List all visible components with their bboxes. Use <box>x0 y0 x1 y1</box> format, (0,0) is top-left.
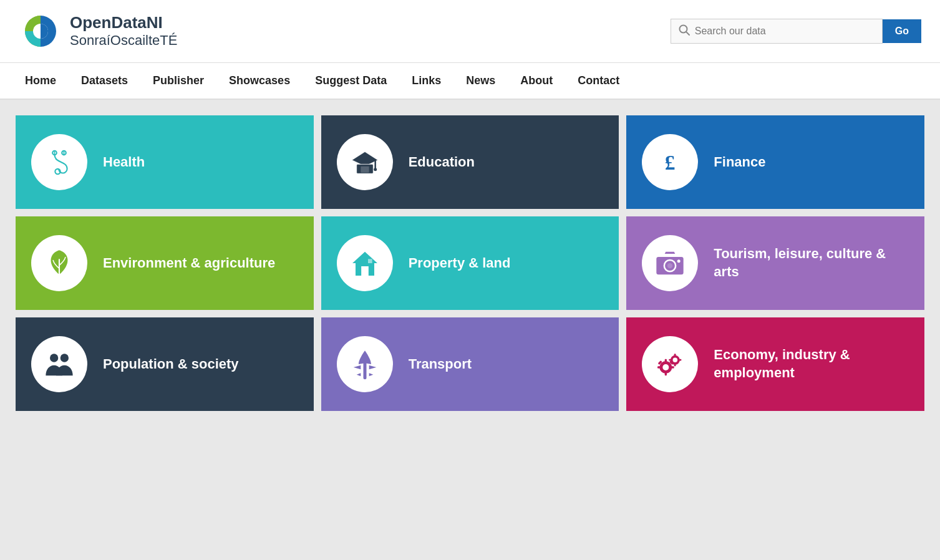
nav-item-datasets: Datasets <box>69 63 140 99</box>
grid-item-population[interactable]: Population & society <box>16 317 314 411</box>
svg-line-3 <box>686 32 689 35</box>
svg-point-22 <box>667 263 672 268</box>
svg-rect-39 <box>679 359 682 361</box>
grid-item-finance[interactable]: £ Finance <box>626 115 924 209</box>
leaf-icon <box>31 235 87 291</box>
svg-point-24 <box>50 354 58 362</box>
grid-label-property: Property & land <box>409 254 511 273</box>
logo-text: OpenDataNI SonraíOscailteTÉ <box>70 13 177 49</box>
plane-icon <box>337 336 393 392</box>
svg-rect-31 <box>670 366 674 368</box>
nav-item-publisher: Publisher <box>140 63 216 99</box>
category-grid: Health Education £ Finance Environment &… <box>0 100 940 427</box>
grid-item-economy[interactable]: Economy, industry & employment <box>626 317 924 411</box>
nav-item-showcases: Showcases <box>216 63 303 99</box>
search-wrapper <box>671 19 883 44</box>
svg-rect-30 <box>657 366 662 368</box>
nav-list: HomeDatasetsPublisherShowcasesSuggest Da… <box>12 63 928 99</box>
main-nav: HomeDatasetsPublisherShowcasesSuggest Da… <box>0 63 940 100</box>
nav-link-contact[interactable]: Contact <box>565 63 632 99</box>
gears-icon <box>642 336 698 392</box>
svg-rect-37 <box>674 363 676 366</box>
nav-item-home: Home <box>12 63 69 99</box>
svg-rect-36 <box>674 354 676 357</box>
nav-link-news[interactable]: News <box>453 63 508 99</box>
grid-label-education: Education <box>409 153 475 171</box>
svg-point-25 <box>61 354 69 362</box>
grid-label-economy: Economy, industry & employment <box>714 346 909 382</box>
grid-item-education[interactable]: Education <box>321 115 619 209</box>
nav-link-home[interactable]: Home <box>12 63 69 99</box>
logo-area: OpenDataNI SonraíOscailteTÉ <box>19 9 177 53</box>
svg-rect-18 <box>361 266 369 276</box>
svg-rect-38 <box>669 359 672 361</box>
site-header: OpenDataNI SonraíOscailteTÉ Go <box>0 0 940 63</box>
nav-link-showcases[interactable]: Showcases <box>216 63 303 99</box>
grid-label-population: Population & society <box>103 355 239 374</box>
svg-point-27 <box>663 364 669 370</box>
nav-link-datasets[interactable]: Datasets <box>69 63 140 99</box>
svg-rect-19 <box>368 259 372 263</box>
svg-rect-29 <box>665 372 667 376</box>
go-button[interactable]: Go <box>883 19 921 43</box>
grid-item-transport[interactable]: Transport <box>321 317 619 411</box>
grid-label-finance: Finance <box>714 153 765 171</box>
grid-item-property[interactable]: Property & land <box>321 216 619 310</box>
graduation-icon <box>337 134 393 190</box>
nav-item-about: About <box>508 63 565 99</box>
svg-rect-11 <box>361 167 369 173</box>
nav-link-links[interactable]: Links <box>399 63 453 99</box>
search-input[interactable] <box>695 26 875 37</box>
nav-item-contact: Contact <box>565 63 632 99</box>
grid-item-health[interactable]: Health <box>16 115 314 209</box>
stethoscope-icon <box>31 134 87 190</box>
nav-link-publisher[interactable]: Publisher <box>140 63 216 99</box>
grid-label-tourism: Tourism, leisure, culture & arts <box>714 245 909 281</box>
svg-rect-28 <box>665 359 667 364</box>
svg-point-13 <box>374 168 377 171</box>
logo-icon <box>19 9 62 53</box>
logo-line2: SonraíOscailteTÉ <box>70 32 177 49</box>
search-icon <box>679 24 690 38</box>
svg-point-35 <box>673 358 678 363</box>
house-icon <box>337 235 393 291</box>
grid-item-tourism[interactable]: Tourism, leisure, culture & arts <box>626 216 924 310</box>
grid-item-environment[interactable]: Environment & agriculture <box>16 216 314 310</box>
grid-label-transport: Transport <box>409 355 472 374</box>
nav-item-links: Links <box>399 63 453 99</box>
search-area: Go <box>671 19 921 44</box>
pound-icon: £ <box>642 134 698 190</box>
grid-label-health: Health <box>103 153 145 171</box>
svg-point-23 <box>677 259 681 263</box>
nav-link-suggest-data[interactable]: Suggest Data <box>303 63 399 99</box>
svg-text:£: £ <box>665 151 676 174</box>
grid-label-environment: Environment & agriculture <box>103 254 275 273</box>
nav-link-about[interactable]: About <box>508 63 565 99</box>
nav-item-news: News <box>453 63 508 99</box>
logo-line1: OpenDataNI <box>70 13 177 32</box>
camera-icon <box>642 235 698 291</box>
nav-item-suggest-data: Suggest Data <box>303 63 399 99</box>
people-icon <box>31 336 87 392</box>
